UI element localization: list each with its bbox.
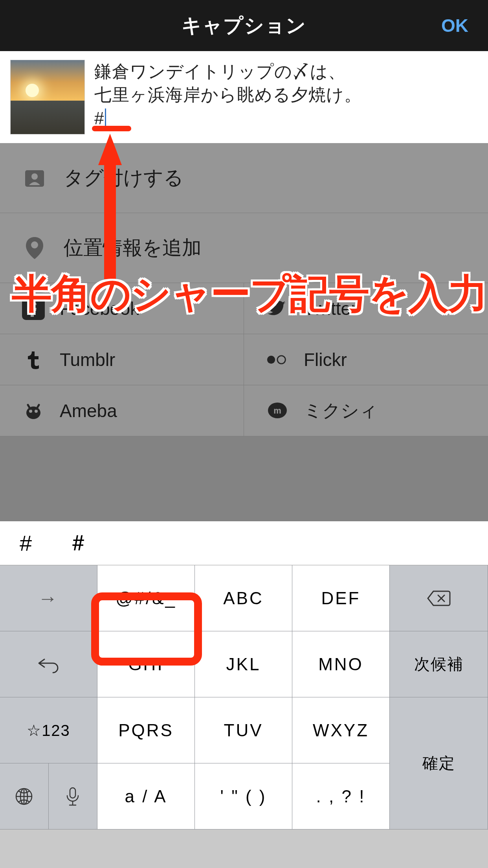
caption-row: 鎌倉ワンデイトリップの〆は、 七里ヶ浜海岸から眺める夕焼け。 #: [0, 51, 488, 143]
key-quotes[interactable]: ' " ( ): [195, 763, 292, 829]
tag-people-row[interactable]: タグ付けする: [0, 143, 488, 213]
key-abc[interactable]: ABC: [195, 565, 292, 631]
svg-point-1: [31, 173, 38, 180]
tag-people-label: タグ付けする: [64, 165, 183, 191]
key-symbols[interactable]: @#/&_: [97, 565, 195, 631]
key-undo[interactable]: [0, 631, 97, 697]
suggestion-2[interactable]: ＃: [67, 528, 89, 558]
key-numeric[interactable]: ☆123: [0, 697, 97, 763]
svg-point-7: [29, 410, 32, 413]
svg-rect-13: [70, 788, 75, 798]
annotation-underline: [92, 126, 131, 131]
key-next-candidate[interactable]: 次候補: [390, 631, 488, 697]
key-arrow[interactable]: →: [0, 565, 97, 631]
suggestion-1[interactable]: #: [20, 530, 32, 556]
svg-point-4: [267, 355, 275, 363]
backspace-icon: [426, 590, 451, 607]
page-title: キャプション: [182, 13, 306, 39]
keyboard: → @#/&_ ABC DEF GHI JKL MNO 次候補 ☆123 PQR…: [0, 565, 488, 829]
undo-icon: [37, 655, 60, 673]
caption-line2: 七里ヶ浜海岸から眺める夕焼け。: [94, 85, 362, 104]
ameba-icon: [22, 399, 45, 422]
text-cursor: [105, 108, 106, 127]
globe-icon: [15, 787, 33, 806]
share-flickr[interactable]: Flickr: [244, 334, 488, 385]
key-wxyz[interactable]: WXYZ: [292, 697, 390, 763]
key-def[interactable]: DEF: [292, 565, 390, 631]
key-jkl[interactable]: JKL: [195, 631, 292, 697]
svg-point-8: [35, 410, 38, 413]
suggestion-bar: # ＃: [0, 521, 488, 565]
key-case[interactable]: a / A: [97, 763, 195, 829]
tumblr-label: Tumblr: [60, 349, 115, 370]
location-pin-icon: [22, 235, 47, 261]
svg-point-2: [31, 241, 38, 248]
ameba-label: Ameba: [60, 400, 117, 421]
dimmed-options: タグ付けする 位置情報を追加 Facebook Twitter Tumblr: [0, 143, 488, 521]
key-globe-mic: [0, 763, 97, 829]
tag-person-icon: [22, 166, 47, 191]
tumblr-icon: [22, 348, 45, 371]
post-thumbnail[interactable]: [10, 60, 85, 134]
header-bar: キャプション OK: [0, 0, 488, 51]
flickr-label: Flickr: [304, 349, 347, 370]
flickr-icon: [266, 348, 289, 371]
key-mno[interactable]: MNO: [292, 631, 390, 697]
svg-point-6: [26, 406, 40, 419]
empty-area: [0, 436, 488, 521]
key-globe[interactable]: [0, 763, 49, 829]
svg-text:m: m: [273, 406, 281, 416]
ok-button[interactable]: OK: [441, 15, 468, 36]
share-mixi[interactable]: m ミクシィ: [244, 385, 488, 436]
share-tumblr[interactable]: Tumblr: [0, 334, 244, 385]
svg-point-5: [277, 355, 285, 363]
key-pqrs[interactable]: PQRS: [97, 697, 195, 763]
mixi-label: ミクシィ: [304, 399, 378, 423]
mixi-icon: m: [266, 399, 289, 422]
add-location-label: 位置情報を追加: [64, 235, 202, 261]
key-ghi[interactable]: GHI: [97, 631, 195, 697]
key-tuv[interactable]: TUV: [195, 697, 292, 763]
key-backspace[interactable]: [390, 565, 488, 631]
caption-line1: 鎌倉ワンデイトリップの〆は、: [94, 62, 346, 81]
key-mic[interactable]: [49, 763, 97, 829]
mic-icon: [65, 786, 81, 807]
key-confirm[interactable]: 確定: [390, 697, 488, 829]
caption-text-area[interactable]: 鎌倉ワンデイトリップの〆は、 七里ヶ浜海岸から眺める夕焼け。 #: [94, 60, 362, 130]
annotation-text: 半角のシャープ記号を入力: [12, 267, 487, 321]
share-ameba[interactable]: Ameba: [0, 385, 244, 436]
key-punct[interactable]: . , ? !: [292, 763, 390, 829]
